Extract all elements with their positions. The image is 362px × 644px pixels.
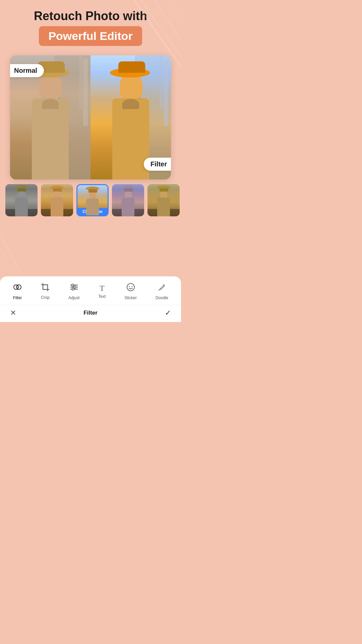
- toolbar-sticker-label: Sticker: [124, 296, 137, 300]
- filter-badge: Filter: [144, 158, 171, 171]
- toolbar-crop[interactable]: Crop: [38, 281, 52, 301]
- svg-point-14: [72, 288, 74, 290]
- svg-point-12: [72, 284, 74, 286]
- toolbar-adjust-label: Adjust: [68, 296, 79, 300]
- cancel-button[interactable]: ✕: [10, 309, 16, 317]
- crop-icon: [41, 283, 50, 294]
- toolbar-doodle-label: Doodle: [156, 296, 168, 300]
- header-line2: Powerful Editor: [48, 30, 132, 42]
- svg-point-15: [127, 283, 134, 291]
- doodle-icon: [157, 282, 167, 294]
- header-line1: Retouch Photo with: [7, 9, 174, 23]
- toolbar-filter-label: Filter: [13, 296, 22, 300]
- filter-struck[interactable]: Struck: [41, 184, 73, 216]
- toolbar-filter[interactable]: Filter: [10, 281, 25, 302]
- toolbar-sticker[interactable]: Sticker: [122, 281, 139, 302]
- confirm-button[interactable]: ✓: [165, 309, 171, 317]
- filter-rise[interactable]: Rise: [147, 184, 180, 216]
- svg-point-16: [129, 286, 130, 287]
- adjust-icon: [69, 282, 79, 294]
- svg-line-18: [159, 290, 159, 290]
- toolbar-doodle[interactable]: Doodle: [153, 281, 171, 302]
- svg-point-17: [131, 286, 132, 287]
- text-icon: T: [100, 284, 105, 293]
- photo-comparison: Normal: [10, 55, 171, 179]
- toolbar-bottom-title: Filter: [83, 310, 98, 316]
- toolbar-bottom: ✕ Filter ✓: [0, 305, 181, 319]
- filter-mars[interactable]: Mars: [112, 184, 144, 216]
- filter-icon: [13, 282, 22, 294]
- svg-rect-8: [43, 285, 48, 289]
- filter-clarendon[interactable]: Clarendon: [76, 184, 109, 216]
- header-subtitle-box: Powerful Editor: [39, 26, 142, 46]
- toolbar-crop-label: Crop: [41, 295, 50, 300]
- filter-row: Starlit Struck Clarendon Mars Rise: [0, 179, 181, 220]
- header: Retouch Photo with Powerful Editor: [0, 0, 181, 51]
- toolbar-adjust[interactable]: Adjust: [66, 281, 82, 302]
- sticker-icon: [126, 282, 135, 294]
- normal-badge: Normal: [10, 64, 44, 77]
- toolbar-text-label: Text: [98, 294, 106, 299]
- bottom-toolbar: Filter Crop: [0, 276, 181, 322]
- svg-point-13: [74, 286, 76, 288]
- toolbar-text[interactable]: T Text: [96, 282, 108, 300]
- filter-starlit[interactable]: Starlit: [5, 184, 38, 216]
- toolbar-icons: Filter Crop: [0, 281, 181, 305]
